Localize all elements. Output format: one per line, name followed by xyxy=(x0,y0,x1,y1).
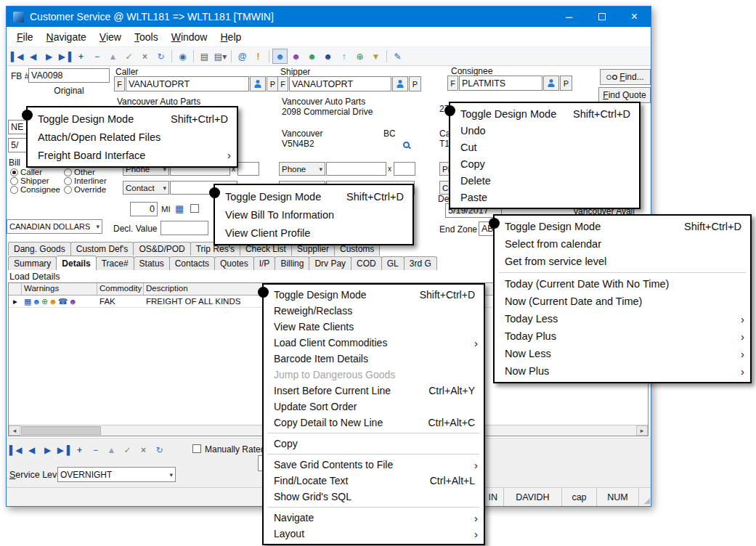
caller-code-input[interactable]: VANAUTOPRT xyxy=(126,76,249,91)
billto-override-radio[interactable] xyxy=(64,186,72,194)
menu-item-freight-board-interface[interactable]: Freight Board Interface› xyxy=(28,146,237,164)
find-button[interactable]: Find... xyxy=(600,69,651,85)
consignee-profile-button[interactable] xyxy=(543,76,559,91)
tab-ip[interactable]: I/P xyxy=(253,256,276,270)
fb-number-input[interactable]: VA0098 xyxy=(28,68,110,83)
miles-checkbox[interactable] xyxy=(190,204,199,213)
service-level-dropdown[interactable]: OVERNIGHT▾ xyxy=(57,467,176,482)
shipper-phone-input[interactable] xyxy=(326,162,386,176)
insert-row-icon[interactable]: + xyxy=(72,442,87,457)
last-record-icon[interactable]: ▶▐ xyxy=(57,49,73,64)
contacts-group-icon[interactable]: ☻ xyxy=(320,49,336,64)
resize-grip[interactable]: ◢ xyxy=(639,488,651,506)
zoom-address-icon[interactable] xyxy=(403,142,410,148)
menu-item-toggle-design-mode[interactable]: Toggle Design ModeShift+Ctrl+D xyxy=(450,105,639,122)
upload-icon[interactable]: ↑ xyxy=(336,49,351,64)
menu-file[interactable]: File xyxy=(10,29,40,45)
menu-item-toggle-design-mode[interactable]: Toggle Design ModeShift+Ctrl+D xyxy=(215,187,412,205)
tab-drv-pay[interactable]: Drv Pay xyxy=(309,256,351,270)
billto-interliner-radio[interactable] xyxy=(64,177,72,185)
tab-dang-goods[interactable]: Dang. Goods xyxy=(8,242,71,256)
customer-icon[interactable]: ☻ xyxy=(272,49,288,64)
maximize-button[interactable] xyxy=(585,7,618,27)
shipper-code-input[interactable]: VANAUTOPRT xyxy=(289,76,391,91)
caller-ext-input[interactable] xyxy=(237,162,259,176)
menu-item-copy[interactable]: Copy xyxy=(264,436,484,452)
tab-contacts[interactable]: Contacts xyxy=(169,256,215,270)
cancel-icon[interactable]: × xyxy=(137,49,153,64)
menu-window[interactable]: Window xyxy=(165,29,214,45)
calculator-icon[interactable]: ▦ xyxy=(175,203,184,214)
shipper-p-button[interactable]: P xyxy=(409,76,421,91)
post-row-icon[interactable]: ✓ xyxy=(120,442,135,457)
find-quote-button[interactable]: Find Quote xyxy=(598,87,651,103)
menu-item-today-current-date-with-no-time[interactable]: Today (Current Date With No Time) xyxy=(495,275,750,293)
menu-item-delete[interactable]: Delete xyxy=(450,172,639,189)
print-options-icon[interactable]: ▤▾ xyxy=(213,49,228,64)
menu-item-save-grid-contents-to-file[interactable]: Save Grid Contents to File› xyxy=(264,457,484,473)
currency-dropdown[interactable]: CANADIAN DOLLARS▾ xyxy=(7,219,102,234)
manually-rated-checkbox[interactable] xyxy=(192,444,201,453)
caller-profile-button[interactable] xyxy=(250,76,266,91)
menu-item-view-bill-to-information[interactable]: View Bill To Information xyxy=(215,205,412,224)
shipper-profile-button[interactable] xyxy=(392,76,408,91)
menu-item-update-sort-order[interactable]: Update Sort Order xyxy=(264,399,484,415)
menu-item-copy[interactable]: Copy xyxy=(450,155,639,172)
menu-item-reweigh-reclass[interactable]: Reweigh/Reclass xyxy=(264,303,484,319)
menu-navigate[interactable]: Navigate xyxy=(40,29,93,45)
menu-item-find-locate-text[interactable]: Find/Locate TextCtrl+Alt+L xyxy=(264,473,484,489)
shipper-f-button[interactable]: F xyxy=(277,76,288,91)
billto-shipper-radio[interactable] xyxy=(10,177,18,185)
add-contact-icon[interactable]: ☻ xyxy=(304,49,320,64)
menu-item-view-rate-clients[interactable]: View Rate Clients xyxy=(264,319,484,335)
delete-row-icon[interactable]: − xyxy=(88,442,103,457)
consignee-p-button[interactable]: P xyxy=(560,76,572,91)
menu-item-navigate[interactable]: Navigate› xyxy=(264,510,484,526)
menu-item-undo[interactable]: Undo xyxy=(450,122,639,139)
alert-icon[interactable]: ! xyxy=(251,49,266,64)
menu-item-get-from-service-level[interactable]: Get from service level xyxy=(495,253,750,270)
menu-help[interactable]: Help xyxy=(214,29,248,45)
scroll-right-icon[interactable]: ▸ xyxy=(636,425,648,436)
next-row-icon[interactable]: ▶ xyxy=(40,442,55,457)
billto-other-radio[interactable] xyxy=(64,168,72,176)
minimize-button[interactable]: ─ xyxy=(553,7,585,27)
menu-item-show-grid-s-sql[interactable]: Show Grid's SQL xyxy=(264,489,484,505)
menu-item-select-from-calendar[interactable]: Select from calendar xyxy=(495,235,750,253)
globe-icon[interactable]: ⊕ xyxy=(352,49,367,64)
edit-note-icon[interactable]: ✎ xyxy=(390,49,405,64)
menu-item-insert-before-current-line[interactable]: Insert Before Current LineCtrl+Alt+Y xyxy=(264,383,484,399)
billto-consignee-radio[interactable] xyxy=(10,186,18,194)
scroll-left-icon[interactable]: ◂ xyxy=(9,425,20,436)
print-icon[interactable]: ▤ xyxy=(197,49,212,64)
tab-details[interactable]: Details xyxy=(56,256,96,270)
caller-f-button[interactable]: F xyxy=(114,76,125,91)
menu-item-barcode-item-details[interactable]: Barcode Item Details xyxy=(264,351,484,367)
menu-item-today-less[interactable]: Today Less› xyxy=(495,310,750,327)
first-record-icon[interactable]: ▌◀ xyxy=(9,49,25,64)
tab-status[interactable]: Status xyxy=(134,256,170,270)
tab-gl[interactable]: GL xyxy=(381,256,405,270)
tab-quotes[interactable]: Quotes xyxy=(214,256,254,270)
shipper-phone-dropdown[interactable]: Phone▾ xyxy=(279,162,325,176)
menu-item-toggle-design-mode[interactable]: Toggle Design ModeShift+Ctrl+D xyxy=(264,287,484,303)
tab-osd-pod[interactable]: OS&D/POD xyxy=(133,242,190,256)
tab-summary[interactable]: Summary xyxy=(8,256,57,270)
tab-3rd-g[interactable]: 3rd G xyxy=(404,256,437,270)
last-row-icon[interactable]: ▶▐ xyxy=(56,442,71,457)
next-record-icon[interactable]: ▶ xyxy=(41,49,57,64)
cancel-row-icon[interactable]: × xyxy=(136,442,151,457)
menu-item-now-current-date-and-time[interactable]: Now (Current Date and Time) xyxy=(495,293,750,310)
billto-caller-radio[interactable] xyxy=(10,168,18,176)
consignee-code-input[interactable]: PLATMITS xyxy=(459,76,542,91)
menu-item-copy-detail-to-new-line[interactable]: Copy Detail to New LineCtrl+Alt+C xyxy=(264,415,484,431)
menu-item-view-client-profile[interactable]: View Client Profile xyxy=(215,224,412,242)
collapse-icon[interactable]: ▲ xyxy=(105,49,121,64)
filter-icon[interactable]: ▼ xyxy=(368,49,383,64)
miles-input[interactable]: 0 xyxy=(130,202,158,216)
prev-record-icon[interactable]: ◀ xyxy=(25,49,41,64)
tab-trace[interactable]: Trace# xyxy=(96,256,134,270)
eye-icon[interactable]: ◉ xyxy=(175,49,190,64)
caller-contact-dropdown[interactable]: Contact▾ xyxy=(123,181,169,195)
menu-item-cut[interactable]: Cut xyxy=(450,139,639,155)
